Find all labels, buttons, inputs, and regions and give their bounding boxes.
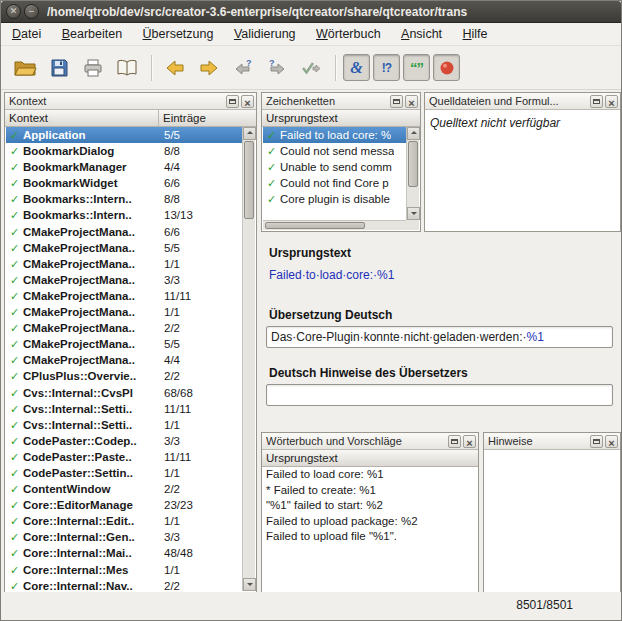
string-row[interactable]: Could not send messa [263, 143, 406, 159]
string-row[interactable]: Core plugin is disable [263, 191, 406, 207]
context-row[interactable]: CodePaster::Settin.. 1/1 [6, 465, 242, 481]
previous-unfinished-button[interactable]: ? [227, 52, 259, 84]
column-header-kontext[interactable]: Kontext [5, 110, 159, 126]
open-file-button[interactable] [9, 52, 41, 84]
context-row[interactable]: CMakeProjectMana.. 4/4 [6, 352, 242, 368]
context-name: Bookmarks::Intern.. [23, 191, 160, 207]
context-row[interactable]: Core::Internal::Mes 1/1 [6, 562, 242, 578]
context-row[interactable]: Cvs::Internal::Setti.. 1/1 [6, 417, 242, 433]
context-row[interactable]: CMakeProjectMana.. 11/11 [6, 288, 242, 304]
toggle-ending-punctuation-button[interactable]: !? [373, 54, 400, 81]
scroll-down-icon[interactable] [243, 578, 256, 591]
context-row[interactable]: CMakeProjectMana.. 5/5 [6, 240, 242, 256]
menu-item[interactable]: Hilfe [455, 23, 496, 46]
save-button[interactable] [43, 52, 75, 84]
context-row[interactable]: CodePaster::Paste.. 11/11 [6, 449, 242, 465]
toggle-phrase-matches-button[interactable]: “” [403, 54, 430, 81]
next-button[interactable] [193, 52, 225, 84]
context-row[interactable]: CPlusPlus::Overvie.. 2/2 [6, 368, 242, 384]
close-panel-button[interactable] [463, 435, 476, 448]
context-row[interactable]: CMakeProjectMana.. 3/3 [6, 272, 242, 288]
sources-panel-titlebar[interactable]: Quelldateien und Formul... [425, 93, 620, 110]
menu-item[interactable]: Validierung [226, 23, 304, 46]
context-row[interactable]: Core::Internal::Nav.. 2/2 [6, 578, 242, 591]
phrase-row[interactable]: * Failed to create: %1 [263, 483, 477, 499]
menu-item[interactable]: Datei [4, 23, 49, 46]
context-row[interactable]: CMakeProjectMana.. 5/5 [6, 336, 242, 352]
done-and-next-button[interactable] [295, 52, 327, 84]
context-row[interactable]: ContentWindow 2/2 [6, 481, 242, 497]
column-header-ursprungstext[interactable]: Ursprungstext [262, 450, 478, 466]
menu-item[interactable]: Übersetzung [135, 23, 222, 46]
phrase-row[interactable]: Failed to upload file "%1". [263, 529, 477, 545]
context-row[interactable]: Core::EditorManage 23/23 [6, 497, 242, 513]
close-panel-button[interactable] [405, 95, 418, 108]
window-close-button[interactable]: ✕ [6, 4, 21, 19]
context-entries: 6/6 [160, 175, 180, 191]
context-panel-titlebar[interactable]: Kontext [5, 93, 256, 110]
strings-panel-titlebar[interactable]: Zeichenketten [262, 93, 420, 110]
next-unfinished-button[interactable]: ? [261, 52, 293, 84]
column-header-ursprungstext[interactable]: Ursprungstext [262, 110, 420, 126]
menu-item[interactable]: Ansicht [393, 23, 450, 46]
context-row[interactable]: CMakeProjectMana.. 1/1 [6, 256, 242, 272]
phrase-row[interactable]: Failed to upload package: %2 [263, 514, 477, 530]
context-row[interactable]: BookmarkDialog 8/8 [6, 143, 242, 159]
notes-panel-titlebar[interactable]: Hinweise [484, 433, 620, 450]
context-row[interactable]: Bookmarks::Intern.. 8/8 [6, 191, 242, 207]
close-panel-button[interactable] [605, 435, 618, 448]
close-panel-button[interactable] [241, 95, 254, 108]
vertical-scrollbar[interactable] [406, 127, 419, 220]
toggle-accelerators-button[interactable]: & [343, 54, 370, 81]
scrollbar-thumb[interactable] [408, 141, 418, 187]
float-panel-button[interactable] [226, 95, 239, 108]
strings-table-header: Ursprungstext [262, 110, 420, 127]
vertical-scrollbar[interactable] [242, 127, 255, 591]
translator-notes-input[interactable] [266, 384, 613, 406]
translation-text: Das·Core-Plugin·konnte·nicht·geladen·wer… [271, 330, 526, 344]
print-button[interactable] [77, 52, 109, 84]
scrollbar-thumb[interactable] [244, 141, 254, 219]
context-row[interactable]: Core::Internal::Gen.. 3/3 [6, 529, 242, 545]
float-panel-button[interactable] [590, 435, 603, 448]
phrase-row[interactable]: "%1" failed to start: %2 [263, 498, 477, 514]
context-row[interactable]: Application 5/5 [6, 127, 242, 143]
context-row[interactable]: CMakeProjectMana.. 6/6 [6, 224, 242, 240]
context-row[interactable]: Core::Internal::Edit.. 1/1 [6, 513, 242, 529]
scroll-down-icon[interactable] [407, 207, 420, 220]
context-row[interactable]: BookmarkWidget 6/6 [6, 175, 242, 191]
open-phrasebook-button[interactable] [111, 52, 143, 84]
scroll-up-icon[interactable] [243, 127, 256, 140]
previous-button[interactable] [159, 52, 191, 84]
context-row[interactable]: CMakeProjectMana.. 1/1 [6, 304, 242, 320]
float-panel-button[interactable] [448, 435, 461, 448]
context-name: Cvs::Internal::CvsPl [23, 385, 160, 401]
string-row[interactable]: Unable to send comm [263, 159, 406, 175]
translation-input[interactable]: Das·Core-Plugin·konnte·nicht·geladen·wer… [266, 326, 613, 348]
float-panel-button[interactable] [590, 95, 603, 108]
string-row[interactable]: Failed to load core: % [263, 127, 406, 143]
phrase-row[interactable]: Failed to load core: %1 [263, 467, 477, 483]
context-row[interactable]: Cvs::Internal::Setti.. 11/11 [6, 401, 242, 417]
context-row[interactable]: Cvs::Internal::CvsPl 68/68 [6, 385, 242, 401]
column-header-eintraege[interactable]: Einträge [159, 110, 256, 126]
float-panel-button[interactable] [390, 95, 403, 108]
horizontal-scrollbar[interactable] [263, 220, 406, 230]
menu-item[interactable]: Wörterbuch [308, 23, 389, 46]
close-panel-button[interactable] [605, 95, 618, 108]
string-row[interactable]: Could not find Core p [263, 175, 406, 191]
context-row[interactable]: Bookmarks::Intern.. 13/13 [6, 207, 242, 223]
window-minimize-button[interactable]: – [24, 4, 39, 19]
context-row[interactable]: CMakeProjectMana.. 2/2 [6, 320, 242, 336]
titlebar[interactable]: ✕ – /home/qtrob/dev/src/creator-3.6-ente… [1, 1, 621, 23]
phrases-panel-titlebar[interactable]: Wörterbuch und Vorschläge [262, 433, 478, 450]
scrollbar-thumb[interactable] [265, 222, 365, 229]
context-row[interactable]: CodePaster::Codep.. 3/3 [6, 433, 242, 449]
context-row[interactable]: Core::Internal::Mai.. 48/48 [6, 545, 242, 561]
panel-title: Hinweise [488, 433, 588, 450]
toggle-place-markers-button[interactable] [433, 54, 460, 81]
menu-item[interactable]: Bearbeiten [54, 23, 130, 46]
context-entries: 2/2 [160, 578, 180, 591]
scroll-up-icon[interactable] [407, 127, 420, 140]
context-row[interactable]: BookmarkManager 4/4 [6, 159, 242, 175]
